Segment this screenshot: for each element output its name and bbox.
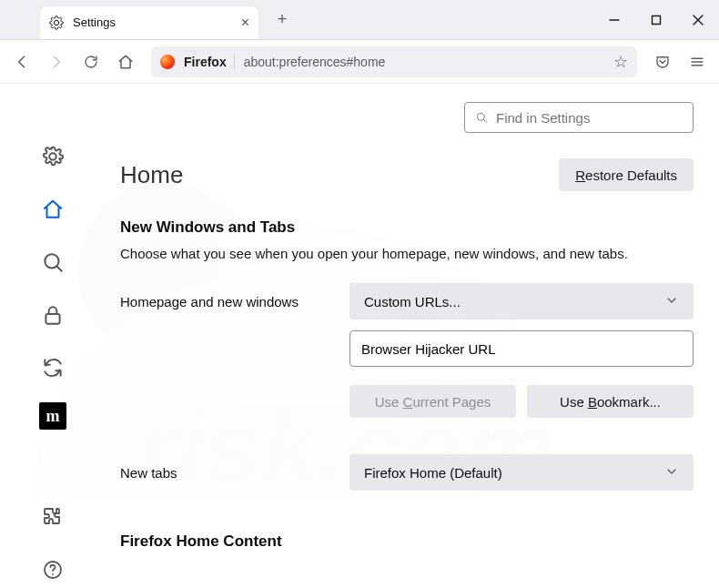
sidebar-search[interactable] xyxy=(35,244,71,280)
restore-defaults-button[interactable]: Restore Defaults xyxy=(559,158,694,191)
search-icon xyxy=(474,110,489,125)
forward-button[interactable] xyxy=(40,46,73,78)
identity-label: Firefox xyxy=(184,55,235,69)
firefox-icon xyxy=(160,55,175,69)
pocket-icon[interactable] xyxy=(646,46,679,78)
settings-search[interactable] xyxy=(464,102,694,133)
reload-button[interactable] xyxy=(75,46,107,78)
sidebar-help[interactable] xyxy=(35,552,71,588)
svg-line-18 xyxy=(483,119,486,122)
maximize-button[interactable] xyxy=(635,0,677,40)
section-new-windows-title: New Windows and Tabs xyxy=(120,218,694,237)
homepage-url-input[interactable] xyxy=(349,330,694,367)
homepage-mode-value: Custom URLs... xyxy=(364,294,461,309)
svg-line-14 xyxy=(56,266,61,270)
chevron-down-icon xyxy=(664,293,679,310)
sidebar-m-extension[interactable]: m xyxy=(39,402,66,430)
minimize-button[interactable] xyxy=(593,0,635,40)
homepage-label: Homepage and new windows xyxy=(120,294,349,309)
home-toolbar-button[interactable] xyxy=(109,46,142,78)
page-title: Home xyxy=(120,161,183,189)
url-text: about:preferences#home xyxy=(244,55,604,69)
section-new-windows-desc: Choose what you see when you open your h… xyxy=(120,246,694,261)
close-icon[interactable]: × xyxy=(241,15,249,30)
gear-icon xyxy=(49,15,64,30)
sidebar-privacy[interactable] xyxy=(35,297,71,333)
sidebar-sync[interactable] xyxy=(35,350,71,386)
new-tab-button[interactable]: + xyxy=(269,7,295,33)
homepage-mode-select[interactable]: Custom URLs... xyxy=(349,283,694,319)
sidebar-general[interactable] xyxy=(35,138,71,175)
svg-rect-15 xyxy=(46,314,59,324)
back-button[interactable] xyxy=(5,46,38,78)
sidebar-extensions[interactable] xyxy=(35,499,71,535)
use-current-pages-button[interactable]: Use Current Pages xyxy=(349,385,516,418)
bookmark-star-icon[interactable]: ☆ xyxy=(613,52,628,72)
close-window-button[interactable] xyxy=(677,0,719,40)
url-bar[interactable]: Firefox about:preferences#home ☆ xyxy=(151,46,637,77)
app-menu-button[interactable] xyxy=(681,46,714,78)
sidebar-home[interactable] xyxy=(35,191,71,228)
section-fxhome-title: Firefox Home Content xyxy=(120,532,694,551)
settings-search-input[interactable] xyxy=(496,110,684,126)
svg-rect-7 xyxy=(653,15,661,24)
newtabs-value: Firefox Home (Default) xyxy=(364,465,502,481)
use-bookmark-button[interactable]: Use Bookmark... xyxy=(527,385,694,418)
tab-title: Settings xyxy=(73,15,232,29)
chevron-down-icon xyxy=(664,464,679,482)
newtabs-select[interactable]: Firefox Home (Default) xyxy=(349,454,694,491)
browser-tab[interactable]: Settings × xyxy=(40,6,258,39)
newtabs-label: New tabs xyxy=(120,465,349,481)
